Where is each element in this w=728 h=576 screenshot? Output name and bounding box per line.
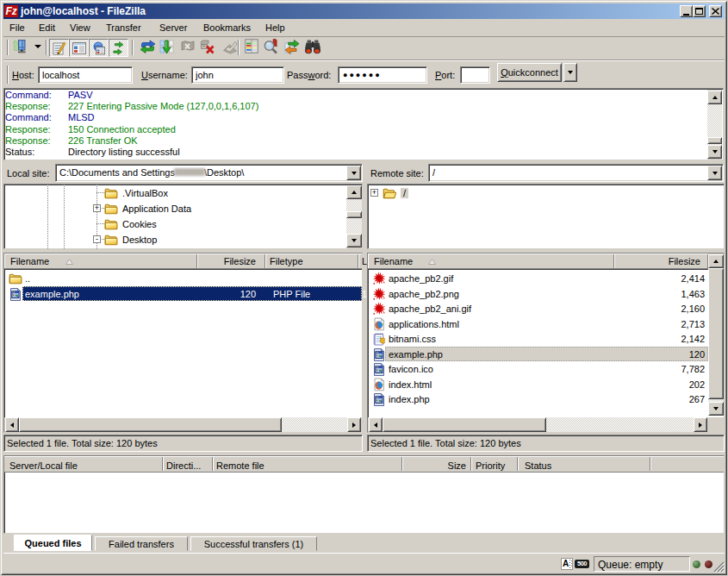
svg-text:Fz: Fz <box>6 5 17 17</box>
